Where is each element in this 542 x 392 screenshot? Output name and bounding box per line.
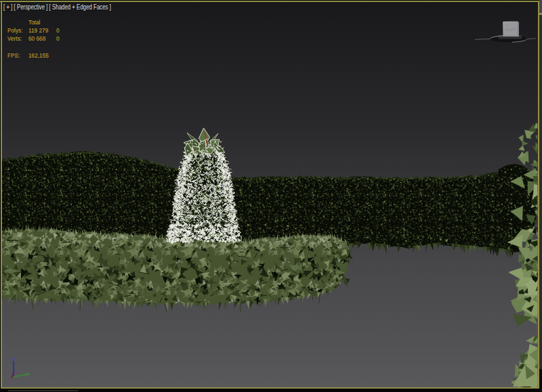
svg-text:RIGHT: RIGHT (505, 28, 517, 32)
svg-text:z: z (12, 355, 15, 362)
